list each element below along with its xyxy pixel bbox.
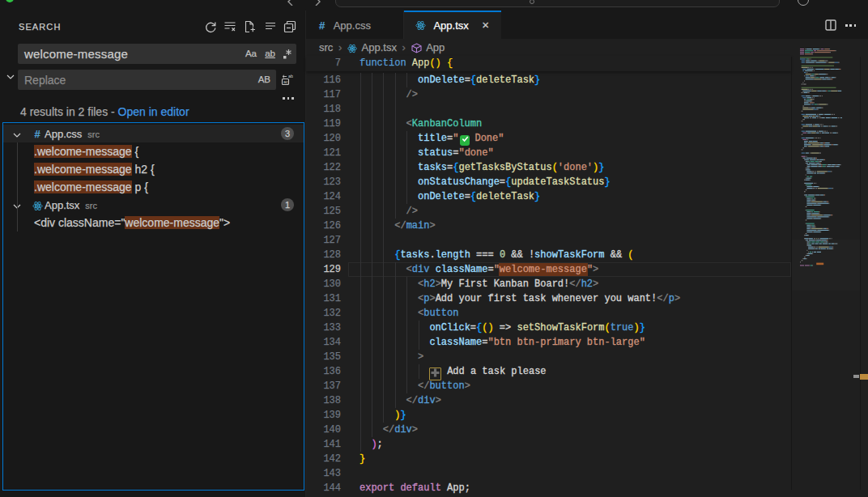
svg-text:ac: ac xyxy=(283,79,288,84)
svg-text:ab: ab xyxy=(288,74,293,79)
